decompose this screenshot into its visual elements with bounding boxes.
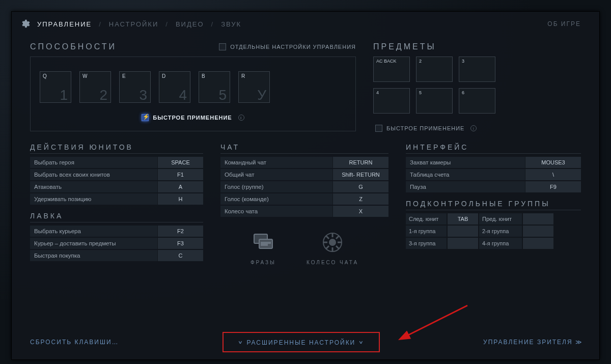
keybind-row: Курьер – доставить предметыF3 — [30, 238, 203, 249]
chat-title: ЧАТ — [220, 143, 388, 154]
svg-line-10 — [326, 236, 329, 239]
keybind-row: Командный чатRETURN — [220, 157, 388, 168]
keybind-row: Выбрать герояSPACE — [30, 157, 203, 168]
svg-line-13 — [326, 246, 329, 249]
footer: СБРОСИТЬ КЛАВИШИ… ∨ РАСШИРЕННЫЕ НАСТРОЙК… — [30, 332, 581, 352]
group-label: След. юнит — [406, 213, 447, 225]
reset-keys-button[interactable]: СБРОСИТЬ КЛАВИШИ… — [30, 339, 119, 346]
item-slot-1[interactable]: AC BACK — [373, 57, 410, 82]
advanced-settings-button[interactable]: ∨ РАСШИРЕННЫЕ НАСТРОЙКИ ∨ — [223, 332, 380, 352]
settings-panel: УПРАВЛЕНИЕ/ НАСТРОЙКИ/ ВИДЕО/ ЗВУК ОБ ИГ… — [11, 11, 600, 360]
keybind-key[interactable]: F9 — [525, 181, 581, 192]
info-icon: i — [470, 125, 477, 131]
keybind-key[interactable]: Shift- RETURN — [332, 169, 388, 180]
keybind-label: Выбрать героя — [30, 159, 157, 165]
keybind-key[interactable]: RETURN — [332, 157, 388, 168]
topbar: УПРАВЛЕНИЕ/ НАСТРОЙКИ/ ВИДЕО/ ЗВУК ОБ ИГ… — [30, 19, 581, 29]
keybind-label: Быстрая покупка — [30, 253, 157, 259]
ability-slot-2[interactable]: W2 — [79, 71, 111, 103]
item-slot-4[interactable]: 4 — [373, 88, 410, 114]
keybind-key[interactable]: F2 — [157, 226, 203, 237]
keybind-label: Атаковать — [30, 184, 157, 190]
ability-slot-5[interactable]: B5 — [199, 71, 230, 103]
item-slot-6[interactable]: 6 — [459, 88, 495, 114]
keybind-label: Таблица счета — [406, 172, 525, 178]
ability-slot-3[interactable]: E3 — [119, 71, 151, 103]
abilities-quickcast-checkbox[interactable]: БЫСТРОЕ ПРИМЕНЕНИЕ i — [142, 114, 244, 121]
keybind-key[interactable]: MOUSE3 — [525, 157, 581, 168]
keybind-row: Голос (группе)G — [220, 181, 388, 192]
abilities-title: СПОСОБНОСТИ — [30, 42, 117, 51]
group-key[interactable]: TAB — [448, 213, 478, 225]
keybind-row: Общий чатShift- RETURN — [220, 169, 388, 180]
chat-wheel-button[interactable]: КОЛЕСО ЧАТА — [307, 230, 358, 265]
keybind-label: Общий чат — [220, 172, 332, 178]
keybind-row: АтаковатьA — [30, 181, 203, 192]
app-root: УПРАВЛЕНИЕ/ НАСТРОЙКИ/ ВИДЕО/ ЗВУК ОБ ИГ… — [0, 0, 611, 364]
item-slot-5[interactable]: 5 — [416, 88, 453, 114]
tab-audio[interactable]: ЗВУК — [221, 20, 241, 28]
control-groups-title: ПОДКОНТРОЛЬНЫЕ ГРУППЫ — [406, 200, 581, 210]
keybind-label: Голос (группе) — [220, 184, 332, 190]
group-label: Пред. юнит — [479, 213, 522, 225]
keybind-key[interactable]: G — [332, 181, 388, 192]
items-title: ПРЕДМЕТЫ — [373, 42, 581, 51]
keybind-key[interactable]: X — [332, 206, 388, 217]
keybind-row: Выбрать всех своих юнитовF1 — [30, 169, 203, 180]
group-key[interactable] — [523, 213, 553, 225]
group-label: 1-я группа — [406, 226, 447, 237]
keybind-key[interactable]: C — [157, 250, 203, 261]
keybind-label: Колесо чата — [220, 208, 332, 214]
items-quickcast-checkbox[interactable]: БЫСТРОЕ ПРИМЕНЕНИЕ i — [375, 125, 477, 132]
keybind-label: Командный чат — [220, 159, 332, 165]
keybind-row: Таблица счета\ — [406, 169, 581, 180]
info-icon: i — [238, 115, 244, 121]
group-label: 3-я группа — [406, 238, 447, 249]
item-slot-3[interactable]: 3 — [459, 57, 495, 82]
about-link[interactable]: ОБ ИГРЕ — [547, 20, 581, 27]
keybind-label: Пауза — [406, 184, 525, 190]
tab-controls[interactable]: УПРАВЛЕНИЕ — [37, 20, 92, 28]
svg-rect-2 — [261, 242, 270, 243]
svg-rect-3 — [261, 244, 267, 245]
keybind-label: Захват камеры — [406, 159, 525, 165]
keybind-row: Удерживать позициюH — [30, 193, 203, 205]
keybind-key[interactable]: F1 — [157, 169, 203, 180]
ability-slot-6[interactable]: RУ — [238, 71, 270, 103]
svg-line-12 — [336, 236, 339, 239]
ability-slot-1[interactable]: Q1 — [40, 71, 71, 103]
group-label: 4-я группа — [479, 238, 522, 249]
keybind-row: Выбрать курьераF2 — [30, 226, 203, 237]
gear-icon — [20, 19, 30, 29]
group-key[interactable] — [523, 238, 553, 249]
ability-slot-4[interactable]: D4 — [159, 71, 190, 103]
group-key[interactable] — [523, 226, 553, 237]
keybind-label: Голос (команде) — [220, 196, 332, 202]
separate-controls-checkbox[interactable]: ОТДЕЛЬНЫЕ НАСТРОЙКИ УПРАВЛЕНИЯ — [219, 43, 356, 50]
keybind-key[interactable]: Z — [332, 193, 388, 205]
keybind-label: Выбрать всех своих юнитов — [30, 172, 157, 178]
keybind-row: Голос (команде)Z — [220, 193, 388, 205]
keybind-key[interactable]: A — [157, 181, 203, 192]
group-label: 2-я группа — [479, 226, 522, 237]
keybind-label: Выбрать курьера — [30, 228, 157, 234]
abilities-frame: Q1W2E3D4B5RУ БЫСТРОЕ ПРИМЕНЕНИЕ i — [30, 57, 356, 131]
keybind-row: Колесо чатаX — [220, 206, 388, 217]
tab-settings[interactable]: НАСТРОЙКИ — [109, 20, 158, 28]
svg-line-11 — [336, 246, 339, 249]
phrases-button[interactable]: ФРАЗЫ — [251, 230, 276, 265]
keybind-label: Курьер – доставить предметы — [30, 240, 157, 246]
keybind-row: Быстрая покупкаC — [30, 250, 203, 261]
group-key[interactable] — [448, 238, 478, 249]
keybind-row: ПаузаF9 — [406, 181, 581, 192]
keybind-key[interactable]: \ — [525, 169, 581, 180]
unit-actions-title: ДЕЙСТВИЯ ЮНИТОВ — [30, 143, 203, 154]
interface-title: ИНТЕРФЕЙС — [406, 143, 581, 154]
keybind-key[interactable]: F3 — [157, 238, 203, 249]
keybind-key[interactable]: H — [157, 193, 203, 205]
item-slot-2[interactable]: 2 — [416, 57, 453, 82]
group-key[interactable] — [448, 226, 478, 237]
keybind-key[interactable]: SPACE — [157, 157, 203, 168]
spectator-controls-button[interactable]: УПРАВЛЕНИЕ ЗРИТЕЛЯ ≫ — [483, 339, 581, 346]
tab-video[interactable]: ВИДЕО — [176, 20, 204, 28]
